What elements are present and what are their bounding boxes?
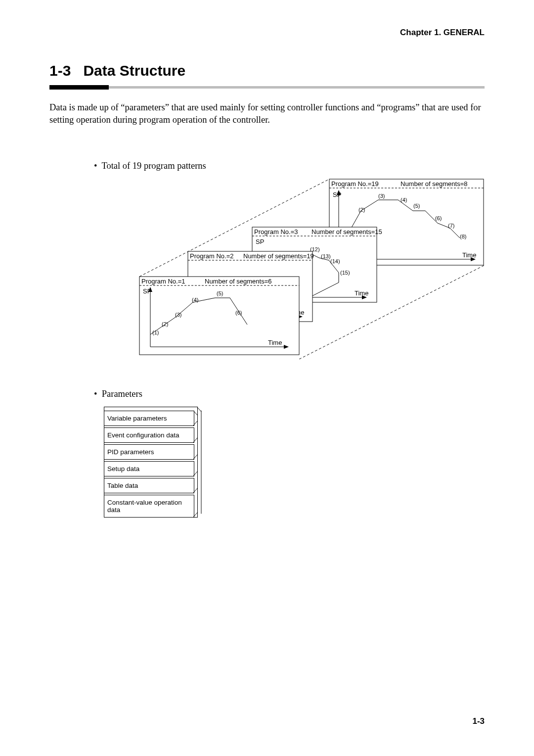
svg-text:(3): (3) <box>378 193 385 199</box>
intro-paragraph: Data is made up of “parameters” that are… <box>49 101 485 126</box>
panel19-time: Time <box>462 251 476 259</box>
bullet-programs-text: Total of 19 program patterns <box>101 161 206 171</box>
svg-text:(7): (7) <box>448 223 454 229</box>
panel3-time: Time <box>355 289 368 297</box>
svg-text:(2): (2) <box>162 321 168 327</box>
param-row-variable: Variable parameters <box>104 411 194 426</box>
panel1-seg: Number of segments=6 <box>205 278 271 285</box>
bullet-parameters-text: Parameters <box>102 389 142 399</box>
panel1-time: Time <box>268 339 282 346</box>
page-number: 1-3 <box>472 716 485 726</box>
svg-text:(13): (13) <box>321 253 331 259</box>
param-row-setup: Setup data <box>104 461 194 476</box>
program-pattern-diagram: Program No.=19 Number of segments=8 SP T… <box>94 176 485 359</box>
svg-text:(2): (2) <box>358 207 365 213</box>
panel3-sp: SP <box>256 238 264 245</box>
svg-text:(4): (4) <box>400 197 407 203</box>
svg-text:(8): (8) <box>460 234 466 239</box>
svg-text:(1): (1) <box>152 330 159 335</box>
svg-text:(4): (4) <box>192 297 198 303</box>
bullet-parameters: • Parameters <box>94 389 485 399</box>
panel1-prog: Program No.=1 <box>141 278 185 285</box>
chapter-header: Chapter 1. GENERAL <box>49 28 485 38</box>
svg-text:(6): (6) <box>435 215 442 221</box>
panel19-seg: Number of segments=8 <box>400 180 467 188</box>
param-row-pid: PID parameters <box>104 444 194 460</box>
svg-text:(5): (5) <box>413 203 420 209</box>
section-title-text: Data Structure <box>83 62 185 79</box>
panel19-prog: Program No.=19 <box>331 180 379 188</box>
panel2-seg: Number of segments=19 <box>243 252 314 260</box>
section-title: 1-3 Data Structure <box>49 62 485 79</box>
section-rule <box>49 85 485 90</box>
svg-text:(15): (15) <box>340 270 350 276</box>
svg-text:(3): (3) <box>175 312 181 318</box>
svg-text:(5): (5) <box>217 290 223 296</box>
bullet-programs: • Total of 19 program patterns <box>94 161 485 171</box>
panel2-prog: Program No.=2 <box>190 252 234 260</box>
param-row-table: Table data <box>104 478 194 493</box>
section-number: 1-3 <box>49 62 71 79</box>
param-row-event: Event configuration data <box>104 427 194 443</box>
parameter-stack: Variable parameters Event configuration … <box>104 407 198 518</box>
panel3-prog: Program No.=3 <box>254 228 298 236</box>
param-row-constant: Constant-value operation data <box>104 495 194 518</box>
panel3-seg: Number of segments=15 <box>312 228 382 236</box>
svg-text:(6): (6) <box>235 310 242 316</box>
svg-text:(14): (14) <box>330 258 340 264</box>
